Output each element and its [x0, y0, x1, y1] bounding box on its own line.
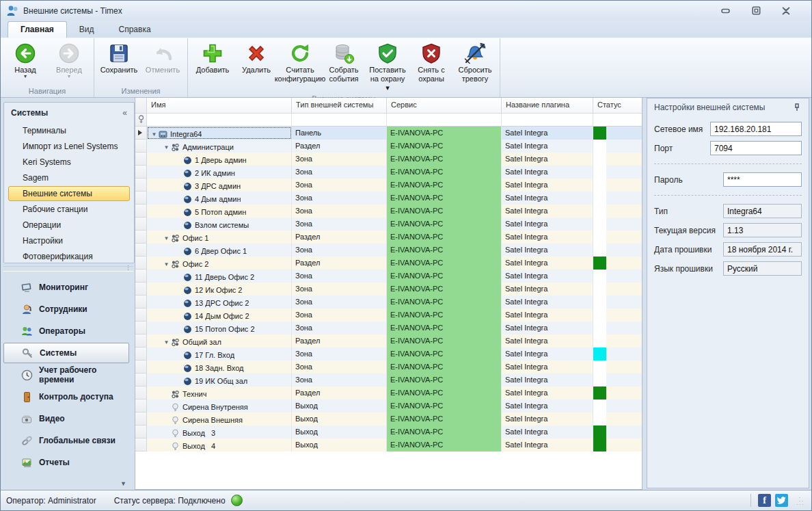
sidebar-item[interactable]: Sagem: [8, 170, 130, 185]
cell-type[interactable]: Зона: [292, 348, 387, 361]
cell-status[interactable]: [593, 412, 642, 425]
table-row[interactable]: ▼Integra64ПанельE-IVANOVA-PCSatel Integr…: [135, 127, 642, 140]
tree-expand-icon[interactable]: ▼: [162, 339, 171, 345]
cell-plugin[interactable]: Satel Integra: [502, 296, 593, 309]
table-row[interactable]: 15 Потоп Офис 2ЗонаE-IVANOVA-PCSatel Int…: [135, 322, 642, 335]
cell-service[interactable]: E-IVANOVA-PC: [387, 179, 502, 192]
cell-service[interactable]: E-IVANOVA-PC: [387, 412, 502, 425]
table-row[interactable]: ▼Офис 2РазделE-IVANOVA-PCSatel Integra: [135, 257, 642, 270]
cell-name[interactable]: ▼Общий зал: [147, 335, 292, 348]
cell-status[interactable]: [593, 218, 642, 231]
cell-service[interactable]: E-IVANOVA-PC: [387, 231, 502, 244]
cell-status[interactable]: [593, 438, 642, 451]
cell-plugin[interactable]: Satel Integra: [502, 361, 593, 374]
cell-status[interactable]: [593, 348, 642, 361]
add-button[interactable]: Добавить: [191, 40, 234, 76]
cell-status[interactable]: [593, 386, 642, 399]
cell-plugin[interactable]: Satel Integra: [502, 231, 593, 244]
table-row[interactable]: 3 ДРС админЗонаE-IVANOVA-PCSatel Integra: [135, 179, 642, 192]
sidebar-item[interactable]: Импорт из Lenel Systems: [8, 139, 130, 154]
resize-grip[interactable]: · ·····: [796, 496, 806, 506]
cell-type[interactable]: Раздел: [292, 231, 387, 244]
cell-name[interactable]: 17 Гл. Вход: [147, 348, 292, 361]
cell-name[interactable]: 19 ИК Общ зал: [147, 374, 292, 386]
cell-name[interactable]: 4 Дым админ: [147, 192, 292, 205]
cell-status[interactable]: [593, 231, 642, 244]
column-header[interactable]: Тип внешней системы: [292, 98, 387, 114]
filter-cell[interactable]: [502, 114, 593, 127]
arm-button[interactable]: Поставить на охрану ▾: [366, 40, 409, 94]
cell-type[interactable]: Раздел: [292, 140, 387, 153]
cell-type[interactable]: Зона: [292, 205, 387, 218]
cell-plugin[interactable]: Satel Integra: [502, 399, 593, 412]
cell-type[interactable]: Зона: [292, 309, 387, 322]
cell-name[interactable]: 3 ДРС админ: [147, 179, 292, 192]
read-config-button[interactable]: Считать конфигурацию: [278, 40, 322, 85]
cell-name[interactable]: 1 Дверь админ: [147, 153, 292, 166]
cell-name[interactable]: 2 ИК админ: [147, 166, 292, 179]
sidebar-item[interactable]: Настройки: [8, 233, 130, 248]
cell-status[interactable]: [593, 166, 642, 179]
cell-service[interactable]: E-IVANOVA-PC: [387, 153, 502, 166]
nav-overflow-icon[interactable]: ▼: [3, 479, 135, 490]
twitter-icon[interactable]: [775, 494, 788, 507]
cell-service[interactable]: E-IVANOVA-PC: [387, 218, 502, 231]
column-header[interactable]: Статус: [593, 98, 642, 114]
cell-plugin[interactable]: Satel Integra: [502, 374, 593, 386]
cell-type[interactable]: Выход: [292, 399, 387, 412]
table-row[interactable]: 5 Потоп админЗонаE-IVANOVA-PCSatel Integ…: [135, 205, 642, 218]
cell-plugin[interactable]: Satel Integra: [502, 348, 593, 361]
cell-type[interactable]: Выход: [292, 425, 387, 438]
cell-plugin[interactable]: Satel Integra: [502, 179, 593, 192]
tab-home[interactable]: Главная: [8, 21, 67, 38]
sidebar-item[interactable]: Фотоверификация: [8, 249, 130, 264]
cell-plugin[interactable]: Satel Integra: [502, 205, 593, 218]
cell-service[interactable]: E-IVANOVA-PC: [387, 309, 502, 322]
cell-status[interactable]: [593, 322, 642, 335]
cell-type[interactable]: Зона: [292, 166, 387, 179]
table-row[interactable]: ТехничРазделE-IVANOVA-PCSatel Integra: [135, 386, 642, 399]
sidebar-item[interactable]: Операции: [8, 218, 130, 233]
cell-service[interactable]: E-IVANOVA-PC: [387, 335, 502, 348]
cell-status[interactable]: [593, 335, 642, 348]
cell-status[interactable]: [593, 179, 642, 192]
cell-type[interactable]: Выход: [292, 438, 387, 451]
cell-status[interactable]: [593, 140, 642, 153]
cell-type[interactable]: Зона: [292, 270, 387, 283]
cell-service[interactable]: E-IVANOVA-PC: [387, 166, 502, 179]
disarm-button[interactable]: Снять с охраны: [409, 40, 453, 85]
cell-service[interactable]: E-IVANOVA-PC: [387, 296, 502, 309]
cell-name[interactable]: Выход 3: [147, 425, 292, 438]
cell-type[interactable]: Зона: [292, 361, 387, 374]
nav-item[interactable]: Мониторинг: [3, 277, 129, 298]
cell-name[interactable]: ▼Администраци: [147, 140, 292, 153]
table-row[interactable]: 19 ИК Общ залЗонаE-IVANOVA-PCSatel Integ…: [135, 374, 642, 386]
cell-name[interactable]: Сирена Внешняя: [147, 412, 292, 425]
cell-service[interactable]: E-IVANOVA-PC: [387, 127, 502, 140]
filter-cell[interactable]: [292, 114, 387, 127]
sidebar-item[interactable]: Keri Systems: [8, 155, 130, 170]
cell-service[interactable]: E-IVANOVA-PC: [387, 399, 502, 412]
cell-service[interactable]: E-IVANOVA-PC: [387, 322, 502, 335]
cell-name[interactable]: ▼Integra64: [147, 127, 292, 140]
column-header[interactable]: Название плагина: [502, 98, 593, 114]
reset-alarm-button[interactable]: Сбросить тревогу: [453, 40, 497, 85]
cell-service[interactable]: E-IVANOVA-PC: [387, 283, 502, 296]
sidebar-item[interactable]: Терминалы: [8, 123, 130, 138]
tree-expand-icon[interactable]: ▼: [162, 261, 171, 267]
cell-service[interactable]: E-IVANOVA-PC: [387, 192, 502, 205]
cell-service[interactable]: E-IVANOVA-PC: [387, 257, 502, 270]
table-row[interactable]: ▼Офис 1РазделE-IVANOVA-PCSatel Integra: [135, 231, 642, 244]
filter-cell[interactable]: [593, 114, 642, 127]
table-row[interactable]: Взлом системыЗонаE-IVANOVA-PCSatel Integ…: [135, 218, 642, 231]
cell-name[interactable]: Взлом системы: [147, 218, 292, 231]
close-button[interactable]: [779, 5, 794, 16]
property-input[interactable]: [710, 141, 802, 155]
cell-type[interactable]: Зона: [292, 218, 387, 231]
nav-item[interactable]: Учет рабочего времени: [3, 365, 129, 385]
cell-name[interactable]: 5 Потоп админ: [147, 205, 292, 218]
cell-plugin[interactable]: Satel Integra: [502, 140, 593, 153]
table-row[interactable]: Выход 3ВыходE-IVANOVA-PCSatel Integra: [135, 425, 642, 438]
tree-expand-icon[interactable]: ▼: [150, 131, 159, 137]
cell-plugin[interactable]: Satel Integra: [502, 153, 593, 166]
